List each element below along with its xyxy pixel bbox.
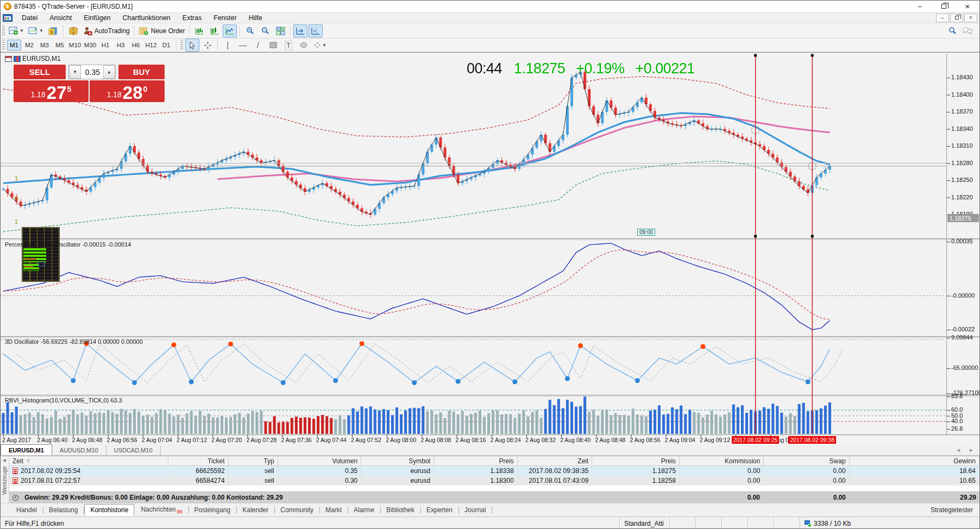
restore-button[interactable] (932, 1, 956, 12)
auto-scroll-button[interactable] (293, 24, 307, 37)
minimize-button[interactable]: – (908, 1, 932, 12)
volume-increase-button[interactable]: ▲ (103, 65, 115, 79)
table-row[interactable]: 2017.08.01 07:22:5766584274sell0.30eurus… (9, 476, 979, 486)
tab-belastung[interactable]: Belastung (43, 505, 83, 515)
tab-kalender[interactable]: Kalender (237, 505, 274, 515)
tab-kontohistorie[interactable]: Kontohistorie (84, 504, 134, 516)
child-restore-button[interactable] (950, 14, 963, 22)
chart-tab-usdcad-m10[interactable]: USDCAD,M10 (106, 445, 161, 455)
strategietester-label[interactable]: Strategietester (931, 506, 973, 514)
chart-tab-audusd-m10[interactable]: AUDUSD,M10 (52, 445, 106, 455)
column-header-gewinn-10[interactable]: Gewinn (850, 456, 979, 465)
column-header-ticket-1[interactable]: Ticket (168, 456, 229, 465)
profiles-button[interactable]: ▼ (27, 24, 45, 37)
timeframe-m10[interactable]: M10 (68, 40, 82, 51)
table-header-row[interactable]: Zeit▽TicketTypVolumenSymbolPreisZeitPrei… (9, 456, 979, 466)
tab-community[interactable]: Community (275, 505, 319, 515)
tab-handel[interactable]: Handel (11, 505, 42, 515)
buy-button[interactable]: BUY (118, 65, 165, 79)
expand-summary-icon[interactable]: + (12, 495, 18, 501)
tab-experten[interactable]: Experten (421, 505, 458, 515)
column-header-kommission-8[interactable]: Kommission (680, 456, 764, 465)
tab-scroll-right-button[interactable]: ► (969, 447, 974, 453)
timeframe-m1[interactable]: M1 (7, 40, 21, 51)
search-button[interactable] (945, 24, 959, 37)
tab-scroll-left-button[interactable]: ◄ (956, 447, 961, 453)
timeframe-h1[interactable]: H1 (98, 40, 112, 51)
standard-toolbar: ▼ ▼ $ 5 AutoTrading Neue Order (1, 23, 979, 39)
timeframe-h6[interactable]: H6 (129, 40, 143, 51)
column-header-preis-7[interactable]: Preis (592, 456, 680, 465)
neue-order-button[interactable]: Neue Order (137, 24, 187, 37)
trendline-tool-button[interactable]: / (251, 39, 265, 52)
toolbox-close-button[interactable]: × (2, 457, 8, 464)
toolbar-grip[interactable] (180, 40, 183, 51)
menu-chartfunktionen[interactable]: Chartfunktionen (117, 13, 177, 23)
horizontal-line-tool-button[interactable]: — (236, 39, 250, 52)
menu-ansicht[interactable]: Ansicht (43, 13, 78, 23)
sell-price[interactable]: 1.18 27 5 (14, 80, 89, 102)
toolbar-grip[interactable] (2, 26, 5, 36)
arrows-tool-button[interactable]: ▼ (312, 39, 328, 52)
text-tool-button[interactable]: T (281, 39, 296, 52)
volume-input[interactable]: 0.35 (81, 65, 103, 79)
column-header-typ-2[interactable]: Typ (229, 456, 278, 465)
rectangle-tool-button[interactable] (266, 39, 280, 52)
autotrading-button[interactable]: AutoTrading (81, 24, 131, 37)
close-button[interactable]: × (956, 1, 979, 12)
summary-swap: 0.00 (763, 494, 849, 501)
tab-journal[interactable]: Journal (459, 505, 491, 515)
zoom-out-button[interactable] (258, 24, 272, 37)
menu-fenster[interactable]: Fenster (208, 13, 242, 23)
crosshair-tool-button[interactable] (200, 39, 215, 52)
table-row[interactable]: 2017.08.02 09:25:5466625592sell0.35eurus… (9, 466, 979, 476)
line-chart-mode-button[interactable] (223, 24, 237, 37)
child-minimize-button[interactable]: – (936, 14, 949, 22)
bar-chart-mode-button[interactable] (192, 24, 206, 37)
tab-alarme[interactable]: Alarme (348, 505, 380, 515)
menu-extras[interactable]: Extras (177, 13, 208, 23)
toolbar-grip[interactable] (2, 40, 5, 51)
vertical-line-tool-button[interactable]: | (221, 39, 235, 52)
menu-hilfe[interactable]: Hilfe (243, 13, 268, 23)
tab-posteingang[interactable]: Posteingang (189, 505, 236, 515)
new-chart-button[interactable]: ▼ (7, 24, 26, 37)
price-tick: 1.18250 (951, 177, 973, 183)
buy-price[interactable]: 1.18 28 0 (90, 80, 165, 102)
timeframe-m30[interactable]: M30 (83, 40, 97, 51)
tile-windows-button[interactable] (273, 24, 287, 37)
price-chart-canvas[interactable] (1, 53, 980, 445)
market-watch-button[interactable]: $ (46, 24, 60, 37)
candlestick-mode-button[interactable] (208, 24, 222, 37)
child-close-button[interactable]: × (964, 14, 977, 22)
chart-shift-button[interactable] (309, 24, 323, 37)
zoom-in-button[interactable] (243, 24, 257, 37)
menu-datei[interactable]: Datei (16, 13, 43, 23)
volume-decrease-button[interactable]: ▼ (69, 65, 81, 79)
timeframe-m5[interactable]: M5 (53, 40, 67, 51)
chart-tab-eurusd-m1[interactable]: EURUSD,M1 (1, 444, 52, 455)
chat-button[interactable] (960, 24, 975, 37)
ellipse-tool-button[interactable] (297, 39, 311, 52)
column-header-swap-9[interactable]: Swap (764, 456, 849, 465)
timeframe-h3[interactable]: H3 (114, 40, 128, 51)
tab-markt[interactable]: Markt (320, 505, 347, 515)
column-header-volumen-3[interactable]: Volumen (278, 456, 362, 465)
timeframe-m3[interactable]: M3 (37, 40, 52, 51)
timeframe-m2[interactable]: M2 (22, 40, 36, 51)
chart-window-icon[interactable] (3, 14, 12, 22)
column-header-preis-5[interactable]: Preis (434, 456, 518, 465)
column-header-symbol-4[interactable]: Symbol (361, 456, 434, 465)
menu-einfügen[interactable]: Einfügen (78, 13, 116, 23)
history-center-button[interactable]: 5 (66, 24, 80, 37)
tab-nachrichten[interactable]: Nachrichten99 (135, 504, 187, 516)
cursor-tool-button[interactable] (185, 39, 199, 52)
column-header-zeit-0[interactable]: Zeit▽ (9, 456, 168, 465)
timeframe-h12[interactable]: H12 (144, 40, 158, 51)
sell-button[interactable]: SELL (14, 65, 66, 79)
tab-bibliothek[interactable]: Bibliothek (381, 505, 420, 515)
statusbar-profile[interactable]: Standard_Atti (620, 517, 670, 529)
timeframe-d1[interactable]: D1 (159, 40, 173, 51)
column-header-zeit-6[interactable]: Zeit (518, 456, 593, 465)
time-tick: 2 Aug 06:56 (107, 437, 137, 443)
